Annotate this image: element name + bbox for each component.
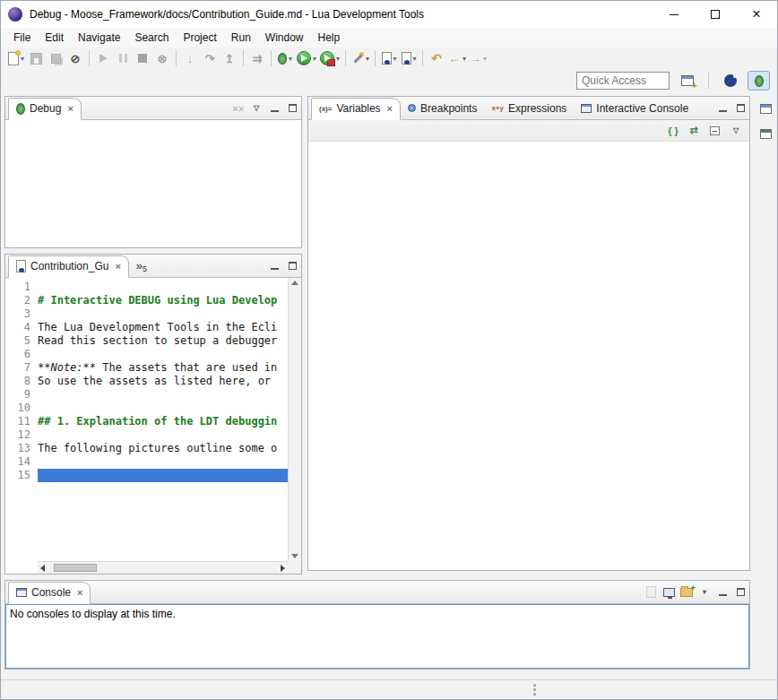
save-button[interactable] (26, 48, 46, 68)
debug-button-dropdown[interactable]: ▾ (289, 55, 292, 63)
debug-perspective-button[interactable] (748, 71, 770, 91)
minimized-view-icon (760, 104, 772, 114)
search-button[interactable]: ▾ (350, 48, 371, 68)
link-with-debug-view-button[interactable]: ⇄ (686, 123, 702, 139)
show-logical-structure-button[interactable]: { } (665, 123, 681, 139)
code-line-15 (38, 469, 288, 482)
use-step-filters-icon: ⇉ (253, 53, 263, 65)
step-into-icon: ↓ (187, 53, 194, 65)
tab-interactive-console[interactable]: Interactive Console (574, 97, 696, 119)
scroll-left-icon[interactable] (40, 565, 45, 572)
minimize-window-button[interactable] (653, 1, 695, 28)
editor-body: 123456789101112131415 # Interactive DEBU… (5, 278, 301, 574)
menu-window[interactable]: Window (258, 29, 311, 47)
menu-run[interactable]: Run (224, 29, 258, 47)
suspend-button[interactable] (113, 48, 133, 68)
disconnect-button[interactable]: ⊗ (152, 48, 172, 68)
editor-tab-overflow-button[interactable]: »5 (129, 258, 154, 273)
forward-button-dropdown[interactable]: ▾ (483, 55, 487, 63)
resume-icon (99, 54, 108, 63)
line-number: 3 (5, 307, 38, 321)
search-button-dropdown[interactable]: ▾ (366, 55, 369, 63)
new-lua-project-button[interactable]: ▾ (399, 48, 419, 68)
menu-navigate[interactable]: Navigate (71, 29, 127, 47)
run-button-dropdown[interactable]: ▾ (313, 55, 316, 63)
horizontal-scroll-thumb[interactable] (54, 564, 97, 572)
use-step-filters-button[interactable]: ⇉ (247, 48, 267, 68)
tab-console[interactable]: Console × (8, 582, 91, 604)
console-message: No consoles to display at this time. (5, 604, 749, 669)
close-tab-icon[interactable]: × (387, 103, 393, 114)
open-perspective-button[interactable] (676, 71, 698, 91)
tab-variables[interactable]: (x)=Variables× (311, 98, 401, 120)
code-area[interactable]: # Interactive DEBUG using Lua DevelopThe… (38, 278, 288, 561)
skip-all-breakpoints-button[interactable]: ⊘ (65, 48, 85, 68)
new-wizard-button[interactable]: ▾ (6, 48, 26, 68)
forward-button[interactable]: →▾ (468, 48, 488, 68)
scroll-right-icon[interactable] (281, 565, 285, 572)
horizontal-scrollbar[interactable] (38, 561, 288, 574)
trim-drag-handle[interactable] (533, 684, 536, 687)
maximize-view-button[interactable] (731, 100, 749, 117)
new-lua-project-button-dropdown[interactable]: ▾ (413, 55, 417, 63)
minimized-view-button-2[interactable] (757, 125, 775, 143)
toolbar-separator (271, 50, 272, 66)
minimized-view-button-1[interactable] (757, 99, 775, 117)
tab-debug[interactable]: Debug × (8, 98, 82, 120)
pin-console-button[interactable] (642, 584, 660, 601)
display-selected-console-button[interactable] (660, 584, 678, 601)
line-number: 8 (5, 375, 38, 388)
vertical-scrollbar[interactable] (288, 278, 301, 561)
maximize-view-button[interactable] (283, 100, 301, 117)
back-button-dropdown[interactable]: ▾ (462, 55, 466, 63)
display-console-icon (663, 588, 675, 597)
run-icon (297, 51, 311, 65)
step-over-button[interactable]: ↷ (200, 48, 220, 68)
close-tab-icon[interactable]: × (77, 587, 82, 598)
new-wizard-button-dropdown[interactable]: ▾ (21, 55, 24, 63)
remove-all-terminated-button[interactable]: ×× (229, 100, 247, 117)
new-lua-file-button-dropdown[interactable]: ▾ (393, 55, 397, 63)
step-return-button[interactable]: ↥ (220, 48, 239, 68)
back-button[interactable]: ←▾ (446, 48, 468, 68)
scroll-down-icon[interactable] (291, 554, 298, 558)
maximize-view-button[interactable] (731, 584, 749, 601)
menu-project[interactable]: Project (176, 29, 223, 47)
menu-help[interactable]: Help (311, 29, 348, 47)
close-window-button[interactable]: × (736, 1, 777, 28)
window-title: Debug - Moose_Framework/docs/Contributio… (30, 8, 424, 21)
code-line-8: So use the assets as listed here, or (38, 375, 288, 388)
menu-edit[interactable]: Edit (38, 29, 71, 47)
collapse-all-button[interactable] (706, 123, 722, 139)
minimize-view-button[interactable] (265, 258, 283, 274)
last-edit-location-button[interactable]: ↶ (427, 48, 446, 68)
menu-search[interactable]: Search (127, 29, 176, 47)
resume-button[interactable] (93, 48, 113, 68)
menu-file[interactable]: File (6, 29, 38, 47)
debug-button[interactable]: ▾ (275, 48, 295, 68)
lua-perspective-button[interactable] (719, 71, 741, 91)
minimize-view-button[interactable] (713, 100, 731, 117)
save-all-button[interactable] (46, 48, 65, 68)
external-tools-button-dropdown[interactable]: ▾ (336, 55, 340, 63)
view-menu-button[interactable]: ▽ (247, 100, 265, 117)
close-tab-icon[interactable]: × (115, 261, 120, 272)
external-tools-button[interactable]: ▾ (318, 48, 341, 68)
maximize-window-button[interactable] (695, 1, 736, 28)
open-console-dropdown[interactable]: ▾ (696, 584, 713, 601)
step-into-button[interactable]: ↓ (180, 48, 200, 68)
minimize-view-button[interactable] (265, 100, 283, 117)
run-button[interactable]: ▾ (295, 48, 318, 68)
tab-expressions[interactable]: x+yExpressions (484, 97, 574, 119)
editor-tab-contribution-guide[interactable]: Contribution_Gu × (8, 255, 129, 278)
tab-breakpoints[interactable]: Breakpoints (401, 97, 484, 119)
quick-access-input[interactable] (576, 72, 670, 90)
maximize-view-button[interactable] (283, 258, 301, 274)
terminate-button[interactable] (133, 48, 152, 68)
scroll-up-icon[interactable] (291, 281, 298, 285)
minimize-view-button[interactable] (713, 584, 731, 601)
view-menu-button[interactable]: ▽ (727, 123, 745, 139)
open-console-button[interactable] (678, 584, 696, 601)
new-lua-file-button[interactable]: ▾ (379, 48, 399, 68)
close-tab-icon[interactable]: × (67, 103, 73, 114)
